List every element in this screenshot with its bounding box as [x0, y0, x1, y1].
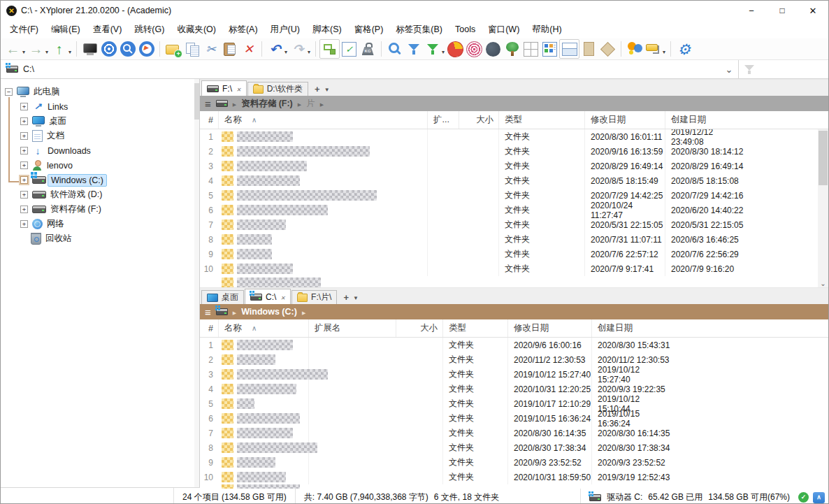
tree-item-documents[interactable]: + 文档 [1, 129, 199, 143]
table-row[interactable]: 8文件夹2020/8/30 17:38:342020/8/30 17:38:34 [200, 440, 828, 455]
quick-search-button[interactable] [118, 40, 137, 58]
tree-item-this-pc[interactable]: − 此电脑 [1, 85, 199, 99]
menu-tabsets[interactable]: 标签页集(B) [389, 20, 449, 38]
column-header-name[interactable]: 名称∧ [218, 111, 427, 129]
tree-item-desktop[interactable]: + 桌面 [1, 114, 199, 129]
expand-expander[interactable]: + [20, 176, 28, 184]
menu-tools[interactable]: Tools [449, 20, 482, 38]
column-header-created[interactable]: 创建日期 [591, 319, 672, 337]
go-to-last-target-button[interactable] [137, 40, 156, 58]
tree-item-links[interactable]: + Links [1, 99, 199, 114]
horizontal-dual-pane-button[interactable] [559, 39, 579, 59]
tree-item-network[interactable]: + 网络 [1, 217, 199, 231]
tab-d-software[interactable]: D:\软件类 [247, 82, 308, 96]
vertical-dual-pane-button[interactable] [579, 40, 598, 58]
maximize-button[interactable] [767, 1, 798, 20]
delete-button[interactable] [239, 40, 258, 58]
table-row[interactable]: 6文件夹2020/10/24 11:27:472020/6/20 14:40:2… [200, 203, 828, 217]
table-row[interactable]: 10文件夹2020/7/9 9:17:412020/7/9 9:16:20 [200, 261, 828, 276]
table-row[interactable]: 9文件夹2020/9/3 23:52:522020/9/3 23:52:52 [200, 455, 828, 470]
tab-f-drive[interactable]: F:\ [201, 80, 247, 96]
address-path[interactable]: C:\ [23, 64, 34, 74]
menu-user[interactable]: 用户(U) [264, 20, 306, 38]
scrollbar-thumb[interactable] [819, 131, 828, 185]
table-row[interactable]: 5文件夹2020/7/29 14:42:252020/7/29 14:42:16 [200, 188, 828, 203]
tab-desktop[interactable]: 桌面 [201, 290, 244, 304]
table-row[interactable]: 5文件夹2019/10/17 12:10:292019/10/12 15:10:… [200, 396, 828, 411]
tab-list-dropdown[interactable] [353, 295, 359, 301]
tree-item-lenovo[interactable]: + lenovo [1, 158, 199, 173]
menu-favorites[interactable]: 收藏夹(O) [171, 20, 222, 38]
column-header-created[interactable]: 创建日期 [665, 111, 745, 129]
tree-item-downloads[interactable]: + Downloads [1, 143, 199, 158]
table-row[interactable]: 7文件夹2020/8/30 16:14:352020/8/30 16:14:35 [200, 426, 828, 440]
column-header-modified[interactable]: 修改日期 [507, 319, 591, 337]
expand-expander[interactable]: + [20, 147, 28, 154]
details-view-button[interactable] [540, 40, 559, 58]
table-row[interactable]: 3文件夹2020/8/29 16:49:142020/8/29 16:49:14 [200, 159, 828, 173]
expand-expander[interactable]: + [20, 117, 28, 125]
status-ok-icon[interactable] [798, 492, 809, 503]
hover-box-button[interactable] [465, 40, 484, 58]
table-row[interactable]: 1文件夹2020/8/30 16:01:112019/12/12 23:49:0… [200, 129, 828, 144]
tab-list-dropdown[interactable] [324, 87, 330, 93]
close-tab-icon[interactable] [236, 84, 241, 94]
expand-expander[interactable]: + [20, 191, 28, 199]
paste-button[interactable] [220, 40, 239, 58]
menu-file[interactable]: 文件(F) [3, 20, 45, 38]
expand-expander[interactable]: + [20, 132, 28, 140]
column-header-modified[interactable]: 修改日期 [584, 111, 665, 129]
menu-window[interactable]: 窗口(W) [482, 20, 526, 38]
collapse-expander[interactable]: − [5, 88, 13, 96]
up-button[interactable] [50, 40, 69, 58]
expand-expander[interactable]: + [20, 220, 28, 228]
color-filters-button[interactable] [625, 40, 644, 58]
live-filter-box[interactable] [744, 60, 828, 78]
find-files-button[interactable] [385, 40, 404, 58]
forward-button[interactable] [27, 40, 45, 58]
show-desktop-button[interactable] [80, 40, 99, 58]
mini-tree-button[interactable] [503, 40, 521, 58]
top-pane-scrollbar[interactable] [818, 129, 828, 289]
table-row-partial[interactable] [200, 484, 828, 489]
folder-size-pie-button[interactable] [446, 40, 465, 58]
expand-expander[interactable]: + [20, 206, 28, 213]
up-dropdown[interactable] [69, 49, 71, 55]
copy-button[interactable] [182, 40, 201, 58]
tree-item-recycle-bin[interactable]: 回收站 [1, 231, 199, 246]
new-tab-button[interactable] [343, 292, 349, 303]
column-header-size[interactable]: 大小 [459, 111, 498, 129]
collapse-statusbar-button[interactable] [813, 492, 825, 503]
column-header-type[interactable]: 类型 [498, 111, 584, 129]
table-row[interactable]: 2文件夹2020/9/16 16:13:592020/8/30 18:14:12 [200, 144, 828, 159]
table-row[interactable]: 4文件夹2020/10/31 12:20:252020/9/3 19:22:35 [200, 382, 828, 396]
tree-scrollbar[interactable] [194, 79, 199, 487]
tile-view-button[interactable] [521, 40, 540, 58]
undo-dropdown[interactable] [284, 49, 287, 55]
visual-filter-dropdown[interactable] [442, 49, 445, 55]
menu-panes[interactable]: 窗格(P) [348, 20, 390, 38]
address-dropdown[interactable] [720, 64, 738, 75]
expand-expander[interactable]: + [20, 161, 28, 169]
toggle-tree-button[interactable] [319, 39, 340, 59]
live-filter-button[interactable] [404, 40, 423, 58]
table-row[interactable]: 10文件夹2020/10/31 18:59:502019/3/19 12:52:… [200, 470, 828, 484]
tree-item-drive-f[interactable]: + 资料存储 (F:) [1, 202, 199, 217]
expand-expander[interactable]: + [20, 103, 28, 110]
tree-item-drive-d[interactable]: + 软件游戏 (D:) [1, 187, 199, 202]
title-bar[interactable]: C:\ - XYplorer 21.20.0200 - (Academic) [1, 1, 828, 20]
tree-item-windows-c[interactable]: + Windows (C:) [1, 173, 199, 187]
minimize-button[interactable] [736, 1, 767, 20]
menu-go[interactable]: 跳转(G) [128, 20, 171, 38]
menu-view[interactable]: 查看(V) [87, 20, 129, 38]
breadcrumb-root[interactable]: Windows (C:) [241, 307, 297, 317]
forward-dropdown[interactable] [45, 49, 48, 55]
tree-scrollbar-thumb[interactable] [194, 83, 199, 120]
back-dropdown[interactable] [22, 49, 25, 55]
column-header-ext[interactable]: 扩展名 [308, 319, 396, 337]
table-row[interactable]: 4文件夹2020/8/5 18:15:492020/8/5 18:15:08 [200, 173, 828, 188]
undo-button[interactable] [266, 40, 284, 58]
checkbox-selection-button[interactable] [340, 40, 359, 58]
calc-folder-sizes-button[interactable] [359, 40, 377, 58]
table-row[interactable]: 3文件夹2019/10/12 15:27:402019/10/12 15:27:… [200, 367, 828, 382]
